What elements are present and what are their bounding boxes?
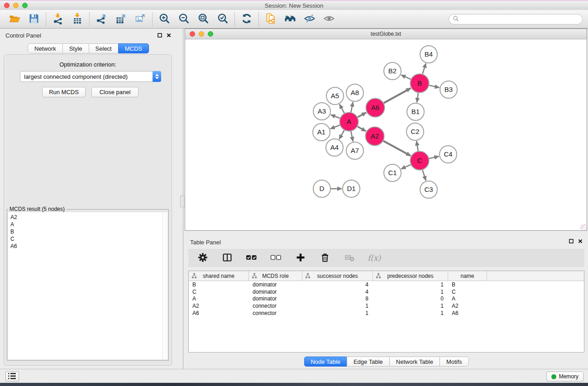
graph-node-A7[interactable]: A7	[346, 142, 363, 159]
graph-edge-A-A7[interactable]	[351, 131, 353, 141]
graph-edge-A6-B[interactable]	[384, 88, 411, 103]
zoom-in-button[interactable]	[158, 12, 171, 26]
graph-node-B4[interactable]: B4	[420, 46, 437, 63]
float-panel-icon[interactable]	[157, 33, 163, 38]
panel-divider-handle[interactable]	[180, 195, 184, 207]
result-scrollbar[interactable]	[162, 212, 167, 359]
graph-edge-B-B2[interactable]	[401, 75, 411, 80]
graph-node-A3[interactable]: A3	[313, 103, 330, 120]
graph-edge-B-B4[interactable]	[422, 63, 425, 74]
float-table-panel-icon[interactable]	[568, 238, 574, 244]
settings-gear-button[interactable]	[196, 252, 209, 264]
tab-mcds[interactable]: MCDS	[118, 43, 149, 53]
mcds-result-item[interactable]: B	[8, 228, 167, 235]
graph-edge-C-C1[interactable]	[401, 165, 411, 169]
graph-node-C1[interactable]: C1	[384, 164, 401, 181]
hide-selected-button[interactable]	[303, 12, 316, 26]
table-cell[interactable]: connector	[249, 303, 302, 309]
column-header-predecessor-nodes[interactable]: predecessor nodes	[373, 271, 448, 281]
zoom-fit-button[interactable]	[196, 12, 210, 26]
open-file-button[interactable]	[8, 12, 21, 26]
graph-node-D[interactable]: D	[313, 180, 330, 197]
graph-edge-A2-C[interactable]	[383, 141, 411, 156]
network-window-titlebar[interactable]: testGlobe.txt	[185, 29, 587, 39]
table-cell[interactable]: A2	[448, 303, 487, 309]
graph-edge-A-A4[interactable]	[339, 130, 344, 139]
select-all-checkboxes-button[interactable]	[245, 252, 258, 264]
table-cell[interactable]: dominator	[249, 295, 302, 302]
table-cell[interactable]: connector	[249, 310, 302, 316]
graph-node-C2[interactable]: C2	[406, 123, 424, 140]
table-cell[interactable]: 1	[373, 281, 448, 288]
memory-button[interactable]: Memory	[546, 372, 583, 381]
table-cell[interactable]: 1	[302, 310, 373, 316]
search-input[interactable]	[461, 15, 582, 24]
zoom-selected-button[interactable]	[216, 12, 229, 26]
tab-node-table[interactable]: Node Table	[304, 357, 347, 367]
table-cell[interactable]: C	[189, 289, 249, 295]
close-table-panel-icon[interactable]	[577, 238, 583, 244]
export-table-button[interactable]	[114, 12, 128, 26]
column-header-shared-name[interactable]: shared name	[189, 271, 249, 281]
duplicate-network-button[interactable]	[264, 12, 277, 26]
column-header-successor-nodes[interactable]: successor nodes	[302, 271, 373, 281]
table-cell[interactable]: 1	[373, 310, 448, 316]
export-network-button[interactable]	[95, 12, 108, 26]
tab-style[interactable]: Style	[62, 43, 89, 53]
mcds-result-item[interactable]: A2	[8, 214, 167, 221]
table-cell[interactable]: 4	[302, 281, 373, 288]
deselect-all-checkboxes-button[interactable]	[270, 252, 282, 264]
table-cell[interactable]: 1	[373, 303, 448, 309]
task-history-button[interactable]	[5, 372, 19, 381]
table-cell[interactable]: A	[448, 295, 487, 302]
graph-edge-A-A1[interactable]	[330, 125, 340, 129]
table-row[interactable]: A6connector11A6	[189, 310, 584, 317]
graph-edge-A-A6[interactable]	[358, 113, 366, 117]
table-row[interactable]: Cdominator41C	[189, 288, 584, 295]
graph-edge-B-B1[interactable]	[417, 93, 418, 102]
graph-node-B[interactable]: B	[411, 74, 429, 93]
table-cell[interactable]: 1	[373, 289, 448, 295]
table-cell[interactable]: A2	[189, 303, 249, 309]
add-row-button[interactable]	[294, 252, 307, 264]
graph-node-C3[interactable]: C3	[420, 181, 437, 198]
graph-edge-B-B3[interactable]	[429, 86, 439, 88]
table-cell[interactable]: A6	[189, 310, 249, 316]
table-cell[interactable]: B	[448, 281, 487, 288]
table-cell[interactable]: dominator	[249, 281, 302, 288]
network-canvas[interactable]: AA1A2A3A4A5A6A7A8BB1B2B3B4CC1C2C3C4DD1	[185, 39, 587, 230]
graph-edge-A-A5[interactable]	[339, 104, 344, 113]
table-cell[interactable]: C	[448, 289, 487, 295]
home-button[interactable]	[283, 12, 297, 26]
export-image-button[interactable]	[134, 12, 147, 26]
graph-node-B2[interactable]: B2	[384, 62, 401, 80]
column-header-mcds-role[interactable]: MCDS role	[249, 271, 302, 281]
tab-network[interactable]: Network	[28, 43, 63, 53]
delete-row-button[interactable]	[319, 252, 331, 264]
table-row[interactable]: A2connector11A2	[189, 302, 584, 310]
graph-edge-A-A2[interactable]	[358, 127, 366, 131]
run-mcds-button[interactable]: Run MCDS	[42, 87, 86, 97]
graph-node-A5[interactable]: A5	[326, 87, 344, 105]
graph-node-A6[interactable]: A6	[366, 99, 385, 117]
mcds-result-item[interactable]: A	[8, 221, 167, 228]
graph-node-A4[interactable]: A4	[326, 139, 343, 156]
import-network-button[interactable]	[51, 12, 65, 26]
tab-motifs[interactable]: Motifs	[440, 357, 469, 367]
zoom-out-button[interactable]	[177, 12, 191, 26]
table-cell[interactable]: dominator	[249, 289, 302, 295]
table-cell[interactable]: 4	[302, 289, 373, 295]
graph-node-C[interactable]: C	[411, 152, 429, 170]
mcds-result-item[interactable]: A6	[8, 243, 167, 250]
close-panel-button[interactable]: Close panel	[91, 87, 139, 97]
graph-edge-C-C4[interactable]	[429, 157, 439, 159]
graph-node-A[interactable]: A	[340, 113, 359, 131]
show-columns-button[interactable]	[221, 252, 234, 264]
graph-edge-C-C3[interactable]	[422, 170, 425, 181]
column-header-name[interactable]: name	[448, 271, 487, 281]
resize-grip[interactable]	[580, 224, 587, 230]
table-cell[interactable]: 1	[302, 303, 373, 309]
optimization-criterion-select[interactable]: largest connected component (directed)	[20, 71, 161, 82]
show-all-button[interactable]	[322, 12, 336, 26]
refresh-button[interactable]	[240, 12, 253, 26]
